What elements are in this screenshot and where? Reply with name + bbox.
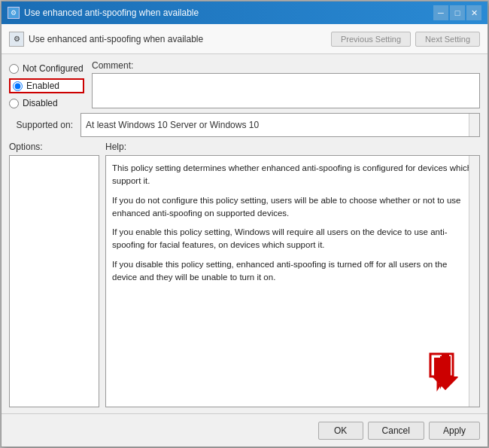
footer: OK Cancel Apply <box>2 413 487 446</box>
help-section: Help: This policy setting determines whe… <box>105 142 480 407</box>
svg-marker-5 <box>433 376 458 390</box>
help-header: Help: <box>105 142 480 152</box>
disabled-label: Disabled <box>23 98 58 108</box>
ok-button[interactable]: OK <box>318 422 363 440</box>
title-controls: ─ □ ✕ <box>433 5 481 20</box>
comment-label: Comment: <box>92 60 480 71</box>
supported-value-text: At least Windows 10 Server or Windows 10 <box>86 120 475 130</box>
cancel-button[interactable]: Cancel <box>368 422 424 440</box>
title-bar: ⚙ Use enhanced anti-spoofing when availa… <box>2 2 487 24</box>
prev-setting-button[interactable]: Previous Setting <box>331 32 411 47</box>
window-icon: ⚙ <box>8 7 20 19</box>
help-box: This policy setting determines whether e… <box>105 155 480 407</box>
help-para-1: This policy setting determines whether e… <box>112 162 473 188</box>
apply-button[interactable]: Apply <box>429 422 480 440</box>
not-configured-label: Not Configured <box>23 63 84 74</box>
help-para-3: If you enable this policy setting, Windo… <box>112 226 473 252</box>
disabled-input[interactable] <box>9 99 19 108</box>
minimize-button[interactable]: ─ <box>433 5 448 20</box>
supported-value-box: At least Windows 10 Server or Windows 10 <box>80 113 480 137</box>
main-window: ⚙ Use enhanced anti-spoofing when availa… <box>1 1 488 447</box>
help-para-2: If you do not configure this policy sett… <box>112 194 473 221</box>
top-section: Not Configured Enabled Disabled Comment: <box>9 60 480 108</box>
close-button[interactable]: ✕ <box>466 5 481 20</box>
bottom-section: Options: Help: This policy setting deter… <box>9 142 480 407</box>
header-nav-buttons: Previous Setting Next Setting <box>331 32 480 47</box>
header-bar: ⚙ Use enhanced anti-spoofing when availa… <box>2 24 487 54</box>
enabled-input[interactable] <box>13 81 23 91</box>
comment-section: Comment: <box>92 60 480 108</box>
options-box <box>9 155 99 407</box>
enabled-radio[interactable]: Enabled <box>9 78 84 93</box>
header-icon: ⚙ <box>9 32 24 47</box>
enabled-label: Enabled <box>26 81 59 91</box>
help-para-4: If you disable this policy setting, enha… <box>112 258 473 285</box>
comment-textarea[interactable] <box>92 73 480 108</box>
supported-scrollbar <box>469 114 479 136</box>
title-bar-left: ⚙ Use enhanced anti-spoofing when availa… <box>8 7 199 19</box>
options-header: Options: <box>9 142 99 152</box>
supported-row: Supported on: At least Windows 10 Server… <box>9 113 480 137</box>
arrow-down-indicator <box>427 350 464 392</box>
options-section: Options: <box>9 142 99 407</box>
main-content: Not Configured Enabled Disabled Comment:… <box>2 54 487 413</box>
next-setting-button[interactable]: Next Setting <box>415 32 480 47</box>
header-title: ⚙ Use enhanced anti-spoofing when availa… <box>9 32 203 47</box>
help-scrollbar <box>469 156 479 407</box>
maximize-button[interactable]: □ <box>450 5 465 20</box>
radio-group: Not Configured Enabled Disabled <box>9 60 84 108</box>
window-title: Use enhanced anti-spoofing when availabl… <box>24 8 199 18</box>
not-configured-radio[interactable]: Not Configured <box>9 63 84 74</box>
header-title-text: Use enhanced anti-spoofing when availabl… <box>29 34 203 44</box>
supported-label: Supported on: <box>9 120 73 130</box>
svg-rect-6 <box>442 355 449 377</box>
not-configured-input[interactable] <box>9 64 19 74</box>
disabled-radio[interactable]: Disabled <box>9 98 84 108</box>
arrow-down-icon <box>427 350 464 392</box>
